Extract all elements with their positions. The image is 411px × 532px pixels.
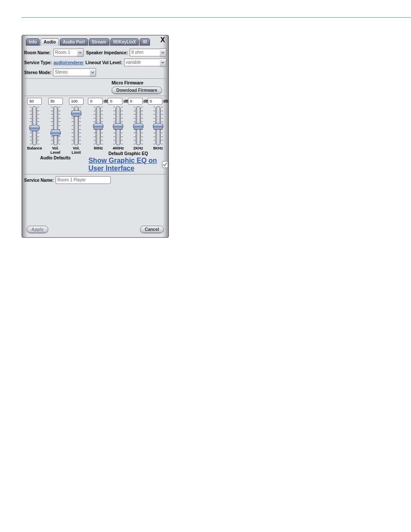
- service-type-label: Service Type:: [24, 60, 52, 65]
- slider-knob[interactable]: [133, 123, 143, 129]
- slider-value: 0: [128, 98, 143, 105]
- lineout-value[interactable]: variable: [124, 59, 160, 66]
- default-graphic-eq-label: Default Graphic EQ: [88, 151, 168, 156]
- slider-knob[interactable]: [93, 123, 103, 129]
- micro-firmware-group: Micro Firmware Download Firmware: [112, 81, 162, 94]
- slider-label: Vol.Level: [50, 146, 60, 155]
- chevron-down-icon[interactable]: [90, 68, 96, 77]
- stereo-mode-combo[interactable]: Stereo: [53, 68, 96, 77]
- cancel-button[interactable]: Cancel: [140, 226, 164, 233]
- download-firmware-button[interactable]: Download Firmware: [112, 87, 162, 94]
- speaker-impedance-value[interactable]: 8 ohm: [130, 49, 160, 56]
- slider-80hz[interactable]: 0dB80Hz: [90, 98, 107, 150]
- slider-knob[interactable]: [50, 130, 61, 136]
- slider-label: 80Hz: [94, 146, 103, 150]
- slider-8khz[interactable]: 0dB8KHz: [149, 98, 167, 150]
- slider-value: 0: [108, 98, 122, 105]
- service-type-link[interactable]: audio/renderer: [53, 60, 84, 65]
- slider-label: 400Hz: [112, 146, 124, 150]
- audio-defaults-label: Audio Defaults: [24, 156, 87, 160]
- audio-settings-dialog: X InfoAudioAudio PortStreamIR/KeyLinXIR …: [22, 35, 169, 238]
- stereo-mode-label: Stereo Mode:: [24, 70, 51, 75]
- micro-firmware-label: Micro Firmware: [112, 81, 162, 85]
- db-unit: dB: [163, 99, 168, 103]
- tab-ir[interactable]: IR: [140, 38, 150, 46]
- slider-label: 8KHz: [153, 146, 163, 150]
- slider-2khz[interactable]: 0dB2KHz: [130, 98, 147, 150]
- slider-balance[interactable]: 50Balance: [26, 98, 43, 150]
- room-name-combo[interactable]: Room 1: [53, 48, 84, 57]
- slider-value: 100: [69, 98, 84, 105]
- show-graphic-eq-link[interactable]: Show Graphic EQ on User Interface: [88, 157, 160, 172]
- tab-stream[interactable]: Stream: [89, 38, 109, 46]
- tab-ir-keylinx[interactable]: IR/KeyLinX: [110, 38, 139, 46]
- show-graphic-eq-checkbox[interactable]: [162, 161, 168, 168]
- tab-audio[interactable]: Audio: [40, 38, 59, 46]
- room-name-label: Room Name:: [24, 50, 51, 55]
- slider-value: 0: [88, 98, 103, 105]
- service-name-label: Service Name:: [24, 178, 54, 183]
- chevron-down-icon[interactable]: [160, 48, 166, 57]
- slider-label: Balance: [27, 146, 42, 150]
- slider-label: 2KHz: [133, 146, 143, 150]
- slider-value: 30: [48, 98, 63, 105]
- room-name-value[interactable]: Room 1: [53, 49, 77, 56]
- slider-knob[interactable]: [29, 125, 40, 131]
- tab-info[interactable]: Info: [26, 38, 40, 46]
- page-separator: [22, 17, 411, 18]
- slider-value: 0: [148, 98, 162, 105]
- stereo-mode-value[interactable]: Stereo: [53, 68, 90, 76]
- slider-knob[interactable]: [113, 123, 123, 129]
- chevron-down-icon[interactable]: [160, 58, 166, 67]
- slider-value: 50: [27, 98, 42, 105]
- slider-knob[interactable]: [71, 110, 81, 116]
- slider-label: Vol.Limit: [72, 146, 81, 155]
- service-name-input[interactable]: Room 1 Player: [56, 176, 111, 184]
- tab-bar: InfoAudioAudio PortStreamIR/KeyLinXIR: [26, 38, 166, 46]
- slider-vol-level[interactable]: 30Vol.Level: [47, 98, 64, 155]
- slider-knob[interactable]: [153, 123, 163, 129]
- slider-vol-limit[interactable]: 100Vol.Limit: [68, 98, 85, 155]
- lineout-label: Lineout Vol Level:: [85, 60, 122, 65]
- lineout-combo[interactable]: variable: [124, 58, 166, 67]
- speaker-impedance-combo[interactable]: 8 ohm: [130, 48, 166, 57]
- slider-400hz[interactable]: 0dB400Hz: [109, 98, 127, 150]
- speaker-impedance-label: Speaker Impedance:: [86, 50, 128, 55]
- apply-button[interactable]: Apply: [27, 226, 48, 233]
- tab-audio-port[interactable]: Audio Port: [60, 38, 88, 46]
- chevron-down-icon[interactable]: [77, 48, 84, 57]
